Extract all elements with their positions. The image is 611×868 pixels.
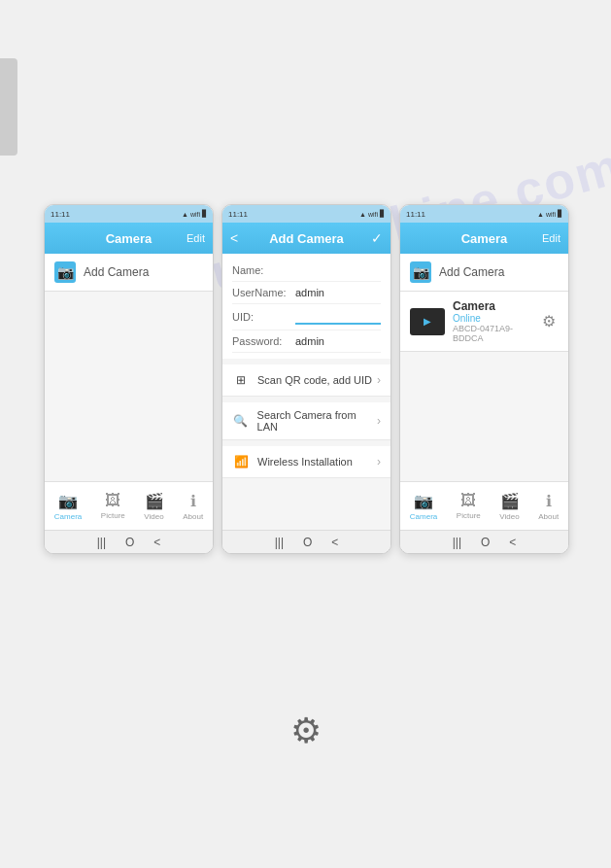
chevron-right-icon3: › xyxy=(377,455,381,469)
camera-item-status: Online xyxy=(453,313,539,324)
phone2-search-lan-label: Search Camera from LAN xyxy=(257,409,377,433)
phone1: 11:11 ▲ wifi ▊ Camera Edit 📷 Add Camera … xyxy=(44,204,214,554)
video-nav-icon: 🎬 xyxy=(145,492,164,510)
camera-item-name: Camera xyxy=(453,299,539,313)
phone1-android-menu[interactable]: ||| xyxy=(97,536,106,549)
phone2-name-row: Name: Camera xyxy=(232,260,381,282)
phone2-status-icons: ▲ wifi ▊ xyxy=(359,210,385,218)
signal-icon3: ▲ xyxy=(537,211,544,218)
phone1-nav-picture[interactable]: 🖼 Picture xyxy=(101,492,125,520)
wifi-icon: wifi xyxy=(190,211,200,218)
phone1-title: Camera xyxy=(106,231,153,246)
phone3-nav-about[interactable]: ℹ About xyxy=(538,492,559,521)
signal-icon2: ▲ xyxy=(359,211,366,218)
phone3-edit-button[interactable]: Edit xyxy=(542,232,560,244)
phone2-uid-input[interactable] xyxy=(295,309,381,325)
wifi-icon3: wifi xyxy=(546,211,556,218)
phone2-android-home[interactable]: O xyxy=(303,536,312,549)
phone3-nav-video-label: Video xyxy=(499,512,519,521)
search-icon: 🔍 xyxy=(232,412,250,430)
phone1-android-home[interactable]: O xyxy=(125,536,134,549)
phone2: 11:11 ▲ wifi ▊ < Add Camera ✓ Name: Came… xyxy=(221,204,391,554)
phone2-android-menu[interactable]: ||| xyxy=(275,536,284,549)
phone1-add-camera-icon: 📷 xyxy=(54,261,76,283)
phone2-username-label: UserName: xyxy=(232,287,295,298)
phone2-android-back[interactable]: < xyxy=(331,536,338,549)
phone3-status-bar: 11:11 ▲ wifi ▊ xyxy=(400,205,568,223)
phone1-body: 📷 Add Camera xyxy=(45,254,213,481)
phone2-status-bar: 11:11 ▲ wifi ▊ xyxy=(222,205,390,223)
phone2-uid-row: UID: xyxy=(232,304,381,330)
phone3-nav-picture[interactable]: 🖼 Picture xyxy=(457,492,481,520)
video-plus-icon3: 📷 xyxy=(413,264,429,280)
phone3-body: 📷 Add Camera ▶ Camera Online ABCD-0471A9… xyxy=(400,254,568,481)
phone3-bottom-nav: 📷 Camera 🖼 Picture 🎬 Video ℹ About xyxy=(400,481,568,530)
phone2-actions: ⊞ Scan QR code, add UID › 🔍 Search Camer… xyxy=(222,365,390,478)
gear-section: ⚙ xyxy=(290,711,322,751)
sidebar-tab xyxy=(0,58,17,156)
video-nav-icon3: 🎬 xyxy=(500,492,520,510)
phone3-header: Camera Edit xyxy=(400,223,568,254)
video-plus-icon: 📷 xyxy=(57,264,74,280)
battery-icon2: ▊ xyxy=(380,210,385,218)
phone3-android-back[interactable]: < xyxy=(509,536,516,549)
phone3-nav-about-label: About xyxy=(538,512,559,521)
phone1-add-camera-label: Add Camera xyxy=(84,265,149,279)
phone2-confirm-button[interactable]: ✓ xyxy=(371,230,383,246)
phone2-name-label: Name: xyxy=(232,264,263,276)
phone3-status-icons: ▲ wifi ▊ xyxy=(537,210,562,218)
phone3-add-camera-label: Add Camera xyxy=(439,265,504,279)
phone3-add-camera-icon: 📷 xyxy=(410,261,431,283)
battery-icon3: ▊ xyxy=(558,210,562,218)
phone2-header: < Add Camera ✓ xyxy=(222,223,390,254)
phone2-password-label: Password: xyxy=(232,335,295,347)
phone3-camera-item[interactable]: ▶ Camera Online ABCD-0471A9-BDDCA ⚙ xyxy=(400,292,568,352)
phone1-add-camera-row[interactable]: 📷 Add Camera xyxy=(45,254,213,292)
phone2-android-bar: ||| O < xyxy=(222,530,390,553)
camera-thumbnail: ▶ xyxy=(410,308,445,335)
phone2-password-value: admin xyxy=(295,335,324,347)
phone2-form: Name: Camera UserName: admin UID: Passwo… xyxy=(222,254,390,359)
phone1-edit-button[interactable]: Edit xyxy=(187,232,205,244)
phone1-android-back[interactable]: < xyxy=(153,536,160,549)
phone3-nav-camera[interactable]: 📷 Camera xyxy=(410,492,437,521)
phone2-name-input[interactable] xyxy=(263,264,390,276)
camera-nav-icon: 📷 xyxy=(58,492,78,510)
qr-code-icon: ⊞ xyxy=(232,371,250,389)
phone1-nav-camera[interactable]: 📷 Camera xyxy=(54,492,82,521)
phone3-android-bar: ||| O < xyxy=(400,530,568,553)
battery-icon: ▊ xyxy=(202,210,207,218)
phone3-android-menu[interactable]: ||| xyxy=(453,536,461,549)
phones-container: 11:11 ▲ wifi ▊ Camera Edit 📷 Add Camera … xyxy=(44,204,569,554)
chevron-right-icon1: › xyxy=(377,373,381,387)
phone3: 11:11 ▲ wifi ▊ Camera Edit 📷 Add Camera … xyxy=(399,204,569,554)
phone2-wireless-install-button[interactable]: 📶 Wireless Installation › xyxy=(222,446,390,478)
phone1-nav-video[interactable]: 🎬 Video xyxy=(144,492,163,521)
about-nav-icon3: ℹ xyxy=(546,492,552,510)
phone1-nav-video-label: Video xyxy=(144,512,163,521)
phone2-search-lan-button[interactable]: 🔍 Search Camera from LAN › xyxy=(222,402,390,440)
phone1-nav-picture-label: Picture xyxy=(101,511,125,520)
phone3-add-camera-row[interactable]: 📷 Add Camera xyxy=(400,254,568,292)
camera-settings-button[interactable]: ⚙ xyxy=(539,312,559,331)
phone2-title: Add Camera xyxy=(269,231,344,246)
phone1-bottom-nav: 📷 Camera 🖼 Picture 🎬 Video ℹ About xyxy=(45,481,213,530)
camera-item-uid: ABCD-0471A9-BDDCA xyxy=(453,324,539,343)
phone3-nav-video[interactable]: 🎬 Video xyxy=(499,492,519,521)
phone1-nav-about[interactable]: ℹ About xyxy=(183,492,203,521)
phone1-status-icons: ▲ wifi ▊ xyxy=(182,210,207,218)
phone3-nav-camera-label: Camera xyxy=(410,512,437,521)
phone3-android-home[interactable]: O xyxy=(481,536,490,549)
phone2-scan-qr-button[interactable]: ⊞ Scan QR code, add UID › xyxy=(222,365,390,397)
phone1-header: Camera Edit xyxy=(45,223,213,254)
camera-info: Camera Online ABCD-0471A9-BDDCA xyxy=(453,299,539,343)
phone1-nav-about-label: About xyxy=(183,512,203,521)
phone3-time: 11:11 xyxy=(406,210,425,219)
phone2-wireless-label: Wireless Installation xyxy=(257,456,353,468)
phone1-status-bar: 11:11 ▲ wifi ▊ xyxy=(45,205,213,223)
camera-nav-icon3: 📷 xyxy=(414,492,433,510)
phone2-back-button[interactable]: < xyxy=(230,230,238,246)
phone2-body: Name: Camera UserName: admin UID: Passwo… xyxy=(222,254,390,530)
camera-preview-icon: ▶ xyxy=(424,316,431,327)
picture-nav-icon: 🖼 xyxy=(105,492,120,509)
